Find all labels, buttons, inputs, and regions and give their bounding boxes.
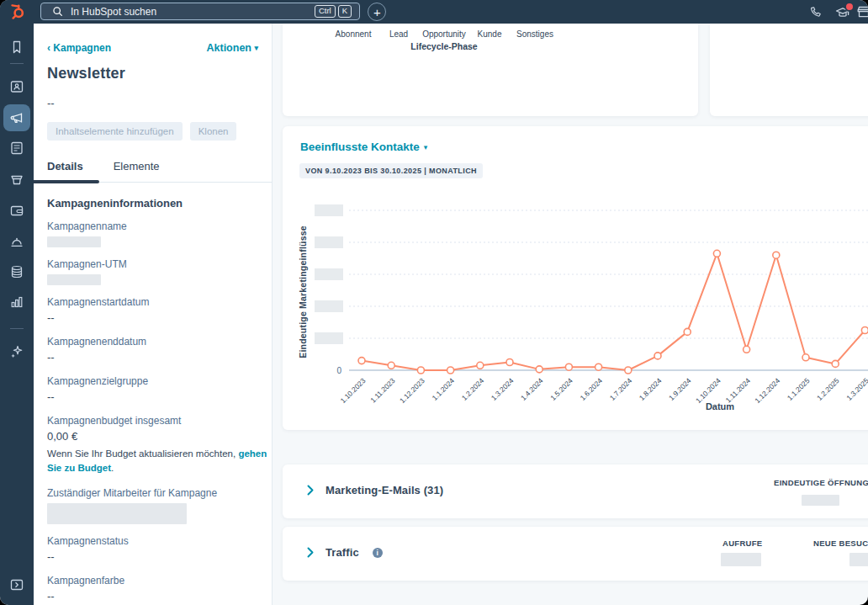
redacted-stat bbox=[721, 553, 761, 566]
tab-elemente[interactable]: Elemente bbox=[114, 157, 160, 182]
new-visitors-column-header: NEUE BESUCHER bbox=[813, 539, 868, 548]
svg-text:1.11.2023: 1.11.2023 bbox=[368, 376, 397, 405]
clone-button[interactable]: Klonen bbox=[190, 122, 237, 141]
svg-text:1.2.2025: 1.2.2025 bbox=[815, 376, 841, 402]
redacted-stat bbox=[802, 495, 839, 506]
date-range-badge: VON 9.10.2023 BIS 30.10.2025 | MONATLICH bbox=[299, 163, 483, 178]
field-kampagnenstartdatum: Kampagnenstartdatum -- bbox=[47, 295, 258, 325]
svg-text:1.4.2024: 1.4.2024 bbox=[519, 376, 545, 402]
marketing-emails-card: Marketing-E-Mails (31) EINDEUTIGE ÖFFNUN… bbox=[283, 464, 868, 518]
app-window: Ctrl K + bbox=[0, 0, 868, 605]
field-kampagnen-utm: Kampagnen-UTM bbox=[47, 257, 258, 285]
svg-text:1.9.2024: 1.9.2024 bbox=[667, 376, 693, 402]
svg-text:1.3.2024: 1.3.2024 bbox=[490, 376, 516, 402]
notification-dot bbox=[844, 2, 855, 12]
breadcrumb-back-link[interactable]: ‹ Kampagnen bbox=[47, 42, 111, 54]
svg-text:1.12.2024: 1.12.2024 bbox=[753, 376, 781, 405]
chevron-down-icon: ▾ bbox=[254, 44, 258, 52]
svg-text:0: 0 bbox=[336, 366, 341, 375]
traffic-card: Traffic i AUFRUFE NEUE BESUCHER bbox=[283, 527, 868, 581]
keyboard-shortcut-badges: Ctrl K bbox=[315, 5, 352, 18]
expand-chevron-icon[interactable] bbox=[307, 547, 314, 558]
svg-text:1.7.2024: 1.7.2024 bbox=[608, 376, 634, 402]
ai-sparkle-icon[interactable] bbox=[9, 344, 24, 359]
svg-text:1.11.2024: 1.11.2024 bbox=[724, 376, 753, 405]
breadcrumb-caret: ‹ bbox=[47, 42, 50, 54]
wallet-payments-icon[interactable] bbox=[9, 203, 24, 218]
panel-tabs: Details Elemente bbox=[34, 157, 272, 183]
marketplace-store-icon[interactable] bbox=[856, 5, 868, 19]
chevron-down-icon: ▾ bbox=[424, 143, 428, 151]
search-input[interactable] bbox=[69, 5, 315, 19]
influenced-contacts-chart-card: Beeinflusste Kontakte ▾ VON 9.10.2023 BI… bbox=[283, 126, 868, 430]
k-key-badge: K bbox=[338, 5, 352, 18]
campaign-subtitle-placeholder: -- bbox=[47, 97, 258, 109]
svg-text:1.6.2024: 1.6.2024 bbox=[579, 376, 605, 402]
field-kampagnenzielgruppe: Kampagnenzielgruppe -- bbox=[47, 374, 258, 404]
reporting-bar-chart-icon[interactable] bbox=[9, 295, 24, 310]
views-column-header: AUFRUFE bbox=[722, 539, 763, 548]
add-assets-button[interactable]: Inhaltselemente hinzufügen bbox=[47, 122, 183, 141]
ctrl-key-badge: Ctrl bbox=[315, 5, 336, 18]
svg-text:Eindeutige Marketingeinflüsse: Eindeutige Marketingeinflüsse bbox=[298, 226, 308, 358]
budget-note: Wenn Sie Ihr Budget aktualisieren möchte… bbox=[47, 447, 271, 476]
unique-opens-column-header: EINDEUTIGE ÖFFNUNGEN bbox=[774, 478, 868, 487]
bell-automation-icon[interactable] bbox=[9, 234, 24, 249]
svg-text:1.10.2023: 1.10.2023 bbox=[339, 376, 368, 405]
redacted-value bbox=[47, 274, 101, 285]
create-button[interactable]: + bbox=[368, 3, 386, 21]
field-kampagnenenddatum: Kampagnenenddatum -- bbox=[47, 335, 258, 364]
svg-text:1.2.2024: 1.2.2024 bbox=[460, 376, 486, 402]
lifecycle-category-label: Kunde bbox=[478, 29, 502, 39]
field-kampagnenfarbe: Kampagnenfarbe -- bbox=[47, 574, 258, 603]
rail-divider bbox=[10, 63, 24, 64]
svg-text:1.3.2025: 1.3.2025 bbox=[844, 376, 868, 402]
marketing-megaphone-icon[interactable] bbox=[9, 110, 24, 125]
lifecycle-phase-chart-card: AbonnentLeadOpportunityKundeSonstiges Li… bbox=[283, 24, 698, 116]
field-zustaendiger-mitarbeiter: Zuständiger Mitarbeiter für Kampagne bbox=[47, 486, 258, 524]
top-navigation-bar: Ctrl K + bbox=[0, 0, 868, 24]
database-icon[interactable] bbox=[9, 264, 24, 279]
lifecycle-category-label: Lead bbox=[389, 29, 408, 39]
expand-sidebar-icon[interactable] bbox=[9, 577, 24, 592]
info-icon[interactable]: i bbox=[373, 548, 383, 558]
section-title: Kampagneninformationen bbox=[47, 197, 258, 210]
traffic-card-title[interactable]: Traffic bbox=[326, 546, 359, 559]
svg-text:1.5.2024: 1.5.2024 bbox=[548, 376, 574, 402]
forms-document-icon[interactable] bbox=[9, 141, 24, 156]
lifecycle-category-label: Abonnent bbox=[336, 29, 372, 39]
actions-dropdown[interactable]: Aktionen ▾ bbox=[207, 42, 259, 54]
svg-text:1.12.2023: 1.12.2023 bbox=[398, 376, 426, 405]
svg-text:1.1.2025: 1.1.2025 bbox=[786, 376, 812, 402]
page-title: Newsletter bbox=[47, 65, 258, 82]
rail-divider bbox=[10, 328, 24, 329]
field-kampagnenname: Kampagnenname bbox=[47, 220, 258, 247]
active-tab-underline bbox=[34, 180, 99, 183]
hubspot-logo-icon[interactable] bbox=[8, 3, 25, 20]
commerce-basket-icon[interactable] bbox=[9, 172, 24, 187]
chart-title-dropdown[interactable]: Beeinflusste Kontakte ▾ bbox=[300, 141, 427, 153]
field-kampagnenstatus: Kampagnenstatus -- bbox=[47, 534, 258, 564]
bookmark-icon[interactable] bbox=[9, 40, 24, 55]
redacted-value bbox=[47, 236, 101, 247]
contacts-line-chart: 0Eindeutige MarketingeinflüsseDatum1.10.… bbox=[283, 189, 868, 430]
svg-text:1.8.2024: 1.8.2024 bbox=[638, 376, 664, 402]
phone-icon[interactable] bbox=[808, 5, 822, 19]
svg-text:1.1.2024: 1.1.2024 bbox=[431, 376, 457, 402]
lifecycle-category-label: Opportunity bbox=[422, 29, 466, 39]
redacted-value bbox=[47, 503, 187, 524]
left-navigation-rail bbox=[0, 0, 34, 605]
tab-details[interactable]: Details bbox=[47, 157, 83, 182]
expand-chevron-icon[interactable] bbox=[307, 485, 314, 496]
lifecycle-category-label: Sonstiges bbox=[516, 29, 553, 39]
secondary-report-card bbox=[710, 24, 868, 116]
field-kampagnenbudget: Kampagnenbudget insgesamt 0,00 € Wenn Si… bbox=[47, 414, 258, 476]
redacted-stat bbox=[849, 553, 868, 566]
contacts-crm-icon[interactable] bbox=[9, 79, 24, 94]
emails-card-title[interactable]: Marketing-E-Mails (31) bbox=[326, 484, 443, 496]
lifecycle-axis-title: Lifecycle-Phase bbox=[410, 41, 477, 51]
search-icon bbox=[52, 6, 63, 17]
breadcrumb-label: Kampagnen bbox=[53, 42, 111, 54]
global-search-bar[interactable]: Ctrl K bbox=[40, 3, 360, 20]
campaign-detail-panel: ‹ Kampagnen Aktionen ▾ Newsletter -- Inh… bbox=[34, 24, 273, 605]
